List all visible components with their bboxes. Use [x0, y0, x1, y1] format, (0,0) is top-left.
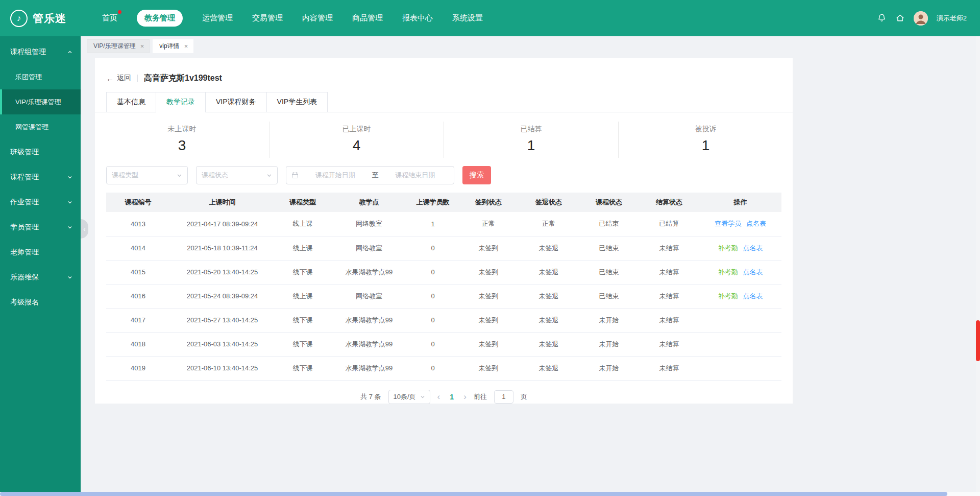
search-button[interactable]: 搜索: [462, 166, 491, 184]
table-row: 40182021-06-03 13:40-14:25线下课水果湖教学点990未签…: [106, 332, 781, 356]
chevron-left-icon: ‹: [83, 225, 85, 233]
next-page-button[interactable]: ›: [463, 392, 467, 401]
table-row: 40192021-06-10 13:40-14:25线下课水果湖教学点990未签…: [106, 356, 781, 380]
horizontal-scrollbar[interactable]: [0, 492, 980, 496]
goto-label: 前往: [474, 392, 487, 401]
action-link[interactable]: 补考勤: [718, 244, 738, 252]
table-row: 40132021-04-17 08:39-09:24线上课网络教室1正常正常已结…: [106, 212, 781, 236]
sidebar-item[interactable]: 学员管理: [0, 215, 81, 240]
page-tab[interactable]: VIP/乐理课管理×: [87, 39, 150, 53]
table-cell: 4017: [106, 308, 170, 332]
course-status-select[interactable]: 课程状态: [196, 166, 278, 184]
sidebar-subitem[interactable]: VIP/乐理课管理: [0, 89, 81, 114]
action-link[interactable]: 补考勤: [718, 268, 738, 276]
action-link[interactable]: 点名表: [746, 220, 766, 227]
sidebar-item[interactable]: 考级报名: [0, 290, 81, 315]
action-link[interactable]: 补考勤: [718, 292, 738, 300]
page-size-value: 10条/页: [394, 392, 416, 401]
tab-close-icon[interactable]: ×: [140, 43, 144, 50]
table-cell: 4016: [106, 284, 170, 308]
chevron-down-icon: [67, 275, 72, 280]
nav-item[interactable]: 交易管理: [252, 10, 283, 27]
sidebar-item[interactable]: 课程组管理: [0, 39, 81, 64]
table-cell: 2021-06-03 13:40-14:25: [170, 332, 275, 356]
date-range-picker[interactable]: 课程开始日期 至 课程结束日期: [286, 166, 454, 184]
nav-item[interactable]: 内容管理: [302, 10, 333, 27]
prev-page-button[interactable]: ‹: [437, 392, 440, 401]
actions-cell: [699, 332, 781, 356]
logo-glyph: ♪: [17, 13, 21, 23]
nav-item[interactable]: 运营管理: [202, 10, 233, 27]
action-link[interactable]: 点名表: [743, 292, 763, 300]
detail-tab[interactable]: VIP课程财务: [205, 92, 267, 112]
nav-item-label: 内容管理: [302, 13, 333, 22]
table-cell: 已结束: [579, 212, 639, 236]
sidebar-item[interactable]: 班级管理: [0, 139, 81, 164]
actions-cell: 补考勤点名表: [699, 284, 781, 308]
table-cell: 0: [407, 260, 458, 284]
table-cell: 已结算: [639, 212, 699, 236]
column-header: 签退状态: [519, 193, 579, 212]
table-cell: 线下课: [275, 308, 331, 332]
action-link[interactable]: 点名表: [743, 244, 763, 252]
detail-tab[interactable]: 基本信息: [106, 92, 156, 112]
table-cell: 0: [407, 236, 458, 260]
sidebar-item[interactable]: 课程管理: [0, 164, 81, 190]
table-cell: 未签退: [519, 332, 579, 356]
nav-item-label: 系统设置: [452, 13, 483, 22]
tab-close-icon[interactable]: ×: [184, 43, 188, 50]
nav-item[interactable]: 报表中心: [402, 10, 433, 27]
table-cell: 2021-06-10 13:40-14:25: [170, 356, 275, 380]
bell-icon[interactable]: [877, 13, 887, 23]
detail-tab[interactable]: VIP学生列表: [266, 92, 328, 112]
avatar[interactable]: [914, 11, 928, 26]
vertical-scrollbar[interactable]: [976, 36, 980, 492]
table-row: 40152021-05-20 13:40-14:25线下课水果湖教学点990未签…: [106, 260, 781, 284]
table-cell: 正常: [519, 212, 579, 236]
back-button[interactable]: ← 返回: [106, 74, 131, 83]
sidebar-subitem-label: VIP/乐理课管理: [15, 98, 61, 107]
table-cell: 4018: [106, 332, 170, 356]
sidebar-subitem[interactable]: 乐团管理: [0, 64, 81, 89]
horizontal-scrollbar-thumb[interactable]: [0, 492, 947, 496]
action-link[interactable]: 查看学员: [715, 220, 741, 227]
table-cell: 未结算: [639, 308, 699, 332]
course-type-placeholder: 课程类型: [112, 171, 138, 180]
date-start-placeholder: 课程开始日期: [302, 171, 369, 180]
nav-item[interactable]: 首页: [102, 10, 117, 27]
nav-item[interactable]: 商品管理: [352, 10, 383, 27]
sidebar-item-label: 课程管理: [10, 173, 39, 182]
detail-tab[interactable]: 教学记录: [156, 92, 206, 112]
stats-row: 未上课时3已上课时4已结算1被投诉1: [95, 122, 793, 158]
current-page[interactable]: 1: [447, 393, 456, 401]
vertical-scrollbar-thumb[interactable]: [976, 320, 980, 361]
brand-name: 管乐迷: [33, 11, 66, 26]
page-size-select[interactable]: 10条/页: [388, 390, 430, 404]
home-icon[interactable]: [895, 13, 905, 23]
page-tab-label: VIP/乐理课管理: [93, 42, 136, 51]
sidebar-item[interactable]: 作业管理: [0, 190, 81, 215]
course-status-placeholder: 课程状态: [202, 171, 228, 180]
action-link[interactable]: 点名表: [743, 268, 763, 276]
page-tab[interactable]: vip详情×: [153, 39, 193, 53]
sidebar-collapse-button[interactable]: ‹: [81, 219, 88, 239]
table-cell: 已结束: [579, 236, 639, 260]
sidebar-subitem[interactable]: 网管课管理: [0, 114, 81, 139]
brand[interactable]: ♪ 管乐迷: [0, 10, 97, 27]
sidebar-item[interactable]: 乐器维保: [0, 265, 81, 290]
calendar-icon: [291, 172, 299, 179]
table-cell: 水果湖教学点99: [331, 308, 407, 332]
brand-logo-icon: ♪: [10, 10, 28, 27]
nav-item[interactable]: 教务管理: [137, 10, 183, 27]
goto-page-input[interactable]: [494, 390, 513, 404]
table-cell: 未签到: [458, 356, 519, 380]
goto-suffix-label: 页: [521, 392, 527, 401]
navbar-menu: 首页教务管理运营管理交易管理内容管理商品管理报表中心系统设置: [102, 10, 483, 27]
nav-item[interactable]: 系统设置: [452, 10, 483, 27]
course-type-select[interactable]: 课程类型: [106, 166, 188, 184]
stat: 已上课时4: [269, 122, 444, 158]
stat-value: 1: [444, 137, 618, 154]
table-cell: 未签退: [519, 356, 579, 380]
user-name[interactable]: 演示老师2: [937, 14, 967, 23]
sidebar-item[interactable]: 老师管理: [0, 240, 81, 265]
